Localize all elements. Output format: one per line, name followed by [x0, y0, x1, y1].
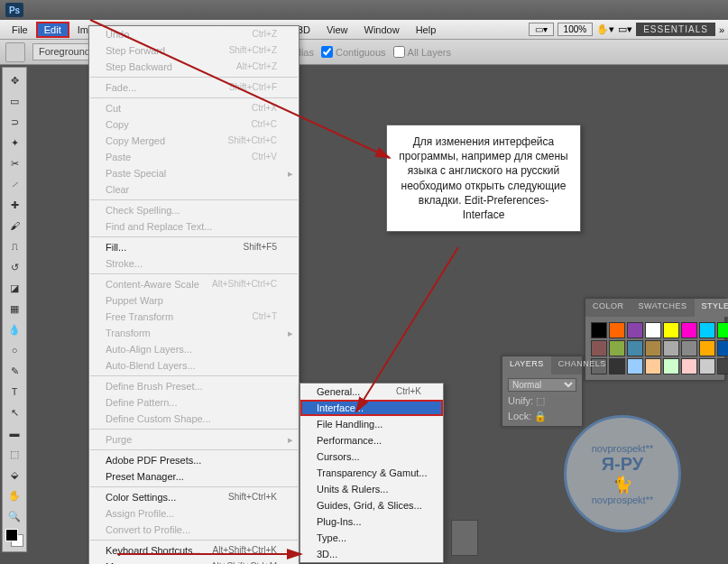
edit-color-settings-[interactable]: Color Settings...Shift+Ctrl+K	[89, 489, 299, 505]
workspace-switcher[interactable]: ESSENTIALS	[636, 23, 715, 36]
marquee-tool-icon[interactable]: ▭	[4, 91, 25, 111]
view-options-icon[interactable]: ▭▾	[618, 23, 632, 35]
style-swatch[interactable]	[627, 340, 643, 356]
path-tool-icon[interactable]: ↖	[4, 402, 25, 422]
style-swatch[interactable]	[699, 358, 715, 374]
prefs--d-[interactable]: 3D...	[300, 546, 443, 562]
blend-mode-select[interactable]: Normal	[508, 378, 576, 392]
stamp-tool-icon[interactable]: ⎍	[4, 236, 25, 256]
menu-edit[interactable]: Edit	[36, 22, 69, 38]
edit-adobe-pdf-presets-[interactable]: Adobe PDF Presets...	[89, 452, 299, 468]
edit-keyboard-shortcuts-[interactable]: Keyboard Shortcuts...Alt+Shift+Ctrl+K	[89, 542, 299, 559]
pen-tool-icon[interactable]: ✎	[4, 361, 25, 381]
style-swatch[interactable]	[591, 322, 607, 338]
eraser-tool-icon[interactable]: ◪	[4, 278, 25, 298]
dodge-tool-icon[interactable]: ○	[4, 340, 25, 360]
lasso-tool-icon[interactable]: ⊃	[4, 112, 25, 132]
edit-paste-special: Paste Special▸	[89, 165, 299, 181]
style-swatch[interactable]	[645, 358, 661, 374]
history-brush-icon[interactable]: ↺	[4, 257, 25, 277]
toolbox: ✥ ▭ ⊃ ✦ ✂ ⟋ ✚ 🖌 ⎍ ↺ ◪ ▦ 💧 ○ ✎ T ↖ ▬ ⬚ ⬙ …	[2, 67, 27, 552]
edit-define-custom-shape-: Define Custom Shape...	[89, 411, 299, 427]
menu-window[interactable]: Window	[356, 22, 408, 38]
prefs-transparency-gamut-[interactable]: Transparency & Gamut...	[300, 465, 443, 481]
tab-swatches[interactable]: SWATCHES	[631, 299, 695, 317]
move-tool-icon[interactable]: ✥	[4, 70, 25, 90]
style-swatch[interactable]	[645, 322, 661, 338]
edit-step-forward: Step ForwardShift+Ctrl+Z	[89, 42, 299, 59]
edit-preset-manager-[interactable]: Preset Manager...	[89, 468, 299, 485]
style-swatch[interactable]	[717, 358, 728, 374]
zoom-tool-icon[interactable]: 🔍	[4, 506, 25, 526]
edit-assign-profile-: Assign Profile...	[89, 505, 299, 522]
expand-icon[interactable]: »	[719, 24, 724, 35]
zoom-field[interactable]: 100%	[558, 23, 594, 36]
collapsed-panel[interactable]	[451, 520, 478, 556]
doc-layout-icon[interactable]: ▭▾	[529, 23, 554, 36]
prefs-cursors-[interactable]: Cursors...	[300, 448, 443, 465]
style-swatch[interactable]	[591, 340, 607, 356]
healing-tool-icon[interactable]: ✚	[4, 195, 25, 215]
style-swatch[interactable]	[699, 340, 715, 356]
style-swatch[interactable]	[609, 322, 625, 338]
crop-tool-icon[interactable]: ✂	[4, 153, 25, 173]
tool-preset-icon[interactable]	[5, 42, 25, 62]
gradient-tool-icon[interactable]: ▦	[4, 299, 25, 319]
prefs-file-handling-[interactable]: File Handling...	[300, 416, 443, 432]
style-swatch[interactable]	[681, 358, 697, 374]
style-swatch[interactable]	[663, 322, 679, 338]
style-swatch[interactable]	[663, 358, 679, 374]
prefs-general-[interactable]: General...Ctrl+K	[300, 384, 443, 400]
style-swatch[interactable]	[627, 322, 643, 338]
3d-tool-icon[interactable]: ⬚	[4, 444, 25, 464]
style-swatch[interactable]	[699, 322, 715, 338]
prefs-interface-[interactable]: Interface...	[300, 400, 443, 416]
lock-row: Lock: 🔒	[508, 411, 576, 422]
unify-icon[interactable]: ⬚	[536, 395, 545, 406]
brush-tool-icon[interactable]: 🖌	[4, 216, 25, 236]
hand-tool-icon[interactable]: ✋▾	[596, 23, 614, 35]
edit-find-and-replace-text-: Find and Replace Text...	[89, 218, 299, 235]
eyedropper-tool-icon[interactable]: ⟋	[4, 174, 25, 194]
prefs-guides-grid-slices-[interactable]: Guides, Grid, & Slices...	[300, 497, 443, 513]
style-swatch[interactable]	[717, 322, 728, 338]
menu-view[interactable]: View	[318, 22, 356, 38]
menu-help[interactable]: Help	[408, 22, 445, 38]
lock-icon[interactable]: 🔒	[534, 411, 547, 421]
tab-channels[interactable]: CHANNELS	[551, 356, 613, 374]
style-swatch[interactable]	[717, 340, 728, 356]
color-swatch[interactable]	[5, 529, 23, 547]
all-layers-checkbox[interactable]: All Layers	[393, 46, 451, 58]
prefs-units-rulers-[interactable]: Units & Rulers...	[300, 481, 443, 497]
prefs-plug-ins-[interactable]: Plug-Ins...	[300, 513, 443, 530]
edit-fill-[interactable]: Fill...Shift+F5	[89, 239, 299, 255]
style-swatch[interactable]	[663, 340, 679, 356]
edit-cut: CutCtrl+X	[89, 100, 299, 116]
unify-row: Unify: ⬚	[508, 395, 576, 407]
style-swatch[interactable]	[627, 358, 643, 374]
annotation-callout: Для изменения интерфейса программы, напр…	[386, 125, 581, 232]
tab-layers[interactable]: LAYERS	[502, 356, 551, 374]
3d-camera-icon[interactable]: ⬙	[4, 465, 25, 485]
tab-styles[interactable]: STYLES	[695, 299, 728, 317]
edit-auto-align-layers-: Auto-Align Layers...	[89, 341, 299, 357]
style-swatch[interactable]	[609, 340, 625, 356]
edit-content-aware-scale: Content-Aware ScaleAlt+Shift+Ctrl+C	[89, 276, 299, 292]
edit-menus-[interactable]: Menus...Alt+Shift+Ctrl+M	[89, 559, 299, 564]
style-swatch[interactable]	[681, 322, 697, 338]
style-swatch[interactable]	[645, 340, 661, 356]
shape-tool-icon[interactable]: ▬	[4, 423, 25, 443]
prefs-type-[interactable]: Type...	[300, 530, 443, 546]
blur-tool-icon[interactable]: 💧	[4, 319, 25, 339]
hand-tool-icon[interactable]: ✋	[4, 485, 25, 505]
type-tool-icon[interactable]: T	[4, 382, 25, 402]
tab-color[interactable]: COLOR	[585, 299, 631, 317]
wand-tool-icon[interactable]: ✦	[4, 133, 25, 153]
edit-transform: Transform▸	[89, 325, 299, 341]
watermark-stamp: novprospekt** Я-РУ 🐈 novprospekt**	[564, 415, 681, 532]
prefs-performance-[interactable]: Performance...	[300, 432, 443, 448]
menu-file[interactable]: File	[4, 22, 36, 38]
layers-panel: LAYERS CHANNELS Normal Unify: ⬚ Lock: 🔒	[502, 356, 583, 427]
style-swatch[interactable]	[681, 340, 697, 356]
contiguous-checkbox[interactable]: Contiguous	[321, 46, 386, 58]
